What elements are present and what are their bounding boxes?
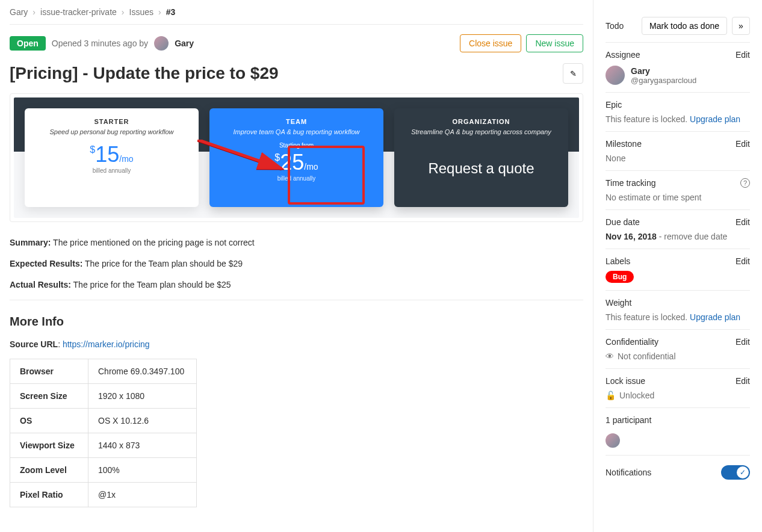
lock-issue-label: Lock issue: [606, 376, 645, 386]
issue-title: [Pricing] - Update the price to $29: [10, 64, 279, 83]
epic-label: Epic: [606, 100, 622, 110]
issue-description: Summary: The price mentioned on the pric…: [10, 237, 583, 291]
upgrade-plan-link[interactable]: Upgrade plan: [690, 312, 740, 322]
chevron-right-icon: »: [739, 21, 743, 31]
time-tracking-label: Time tracking: [606, 178, 656, 188]
pencil-icon: ✎: [570, 69, 577, 78]
opened-text: Opened 3 minutes ago by: [52, 39, 148, 48]
lock-issue-edit[interactable]: Edit: [736, 376, 750, 386]
labels-label: Labels: [606, 256, 630, 266]
arrow-icon: [197, 140, 294, 178]
upgrade-plan-link[interactable]: Upgrade plan: [690, 114, 740, 124]
table-row: Pixel Ratio@1x: [10, 483, 197, 507]
assignee-label: Assignee: [606, 50, 640, 60]
breadcrumb-item[interactable]: Issues: [129, 7, 153, 17]
breadcrumb-item[interactable]: Gary: [10, 7, 28, 17]
svg-line-0: [197, 140, 282, 169]
avatar[interactable]: [154, 36, 169, 51]
info-table: BrowserChrome 69.0.3497.100Screen Size19…: [10, 359, 197, 507]
lock-open-icon: 🔓: [606, 391, 616, 400]
attachment-image[interactable]: STARTER Speed up personal bug reporting …: [10, 93, 583, 222]
confidentiality-edit[interactable]: Edit: [736, 337, 750, 347]
avatar[interactable]: [606, 433, 620, 448]
lock-value: Unlocked: [619, 391, 654, 400]
eye-icon: 👁: [606, 351, 614, 361]
time-tracking-value: No estimate or time spent: [606, 190, 750, 210]
table-row: Screen Size1920 x 1080: [10, 384, 197, 409]
breadcrumb-current: #3: [166, 7, 176, 17]
more-info-heading: More Info: [10, 315, 583, 329]
check-icon: ✓: [740, 468, 746, 477]
breadcrumb: Gary› issue-tracker-private› Issues› #3: [10, 7, 583, 24]
sidebar: Todo Mark todo as done » Assignee Edit G…: [593, 0, 762, 532]
edit-title-button[interactable]: ✎: [563, 63, 583, 84]
assignee-edit[interactable]: Edit: [736, 50, 750, 60]
table-row: BrowserChrome 69.0.3497.100: [10, 359, 197, 384]
mark-todo-done-button[interactable]: Mark todo as done: [642, 17, 727, 35]
weight-label: Weight: [606, 298, 631, 308]
assignee-handle: @garygasparcloud: [631, 76, 696, 85]
pricing-card-team: TEAM Improve team QA & bug reporting wor…: [209, 108, 383, 207]
pricing-card-org: ORGANIZATION Streamline QA & bug reporti…: [394, 108, 568, 207]
due-date-label: Due date: [606, 217, 640, 227]
milestone-label: Milestone: [606, 139, 642, 149]
author-link[interactable]: Gary: [175, 39, 194, 48]
new-issue-button[interactable]: New issue: [526, 34, 583, 52]
todo-label: Todo: [606, 21, 624, 31]
confidentiality-value: Not confidential: [618, 351, 676, 361]
milestone-edit[interactable]: Edit: [736, 139, 750, 149]
notifications-label: Notifications: [606, 468, 651, 477]
participants-label: 1 participant: [606, 415, 651, 425]
annotation-highlight: [288, 146, 365, 205]
table-row: Zoom Level100%: [10, 458, 197, 483]
labels-edit[interactable]: Edit: [736, 256, 750, 266]
confidentiality-label: Confidentiality: [606, 337, 658, 347]
pricing-card-starter: STARTER Speed up personal bug reporting …: [25, 108, 199, 207]
table-row: Viewport Size1440 x 873: [10, 433, 197, 458]
status-badge: Open: [10, 36, 46, 51]
help-icon[interactable]: ?: [740, 178, 750, 188]
breadcrumb-item[interactable]: issue-tracker-private: [40, 7, 117, 17]
avatar[interactable]: [606, 66, 625, 85]
remove-due-date-link[interactable]: - remove due date: [659, 232, 728, 241]
close-issue-button[interactable]: Close issue: [460, 34, 521, 52]
source-url-link[interactable]: https://marker.io/pricing: [63, 339, 150, 349]
assignee-name[interactable]: Gary: [631, 66, 696, 76]
label-chip-bug[interactable]: Bug: [606, 271, 634, 283]
collapse-sidebar-button[interactable]: »: [732, 17, 750, 35]
notifications-toggle[interactable]: ✓: [721, 465, 750, 480]
milestone-value: None: [606, 151, 750, 171]
table-row: OSOS X 10.12.6: [10, 409, 197, 433]
due-date-value: Nov 16, 2018: [606, 232, 657, 241]
due-date-edit[interactable]: Edit: [736, 217, 750, 227]
